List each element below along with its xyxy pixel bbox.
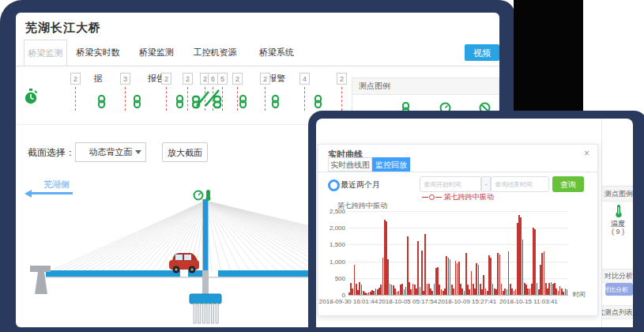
- stopwatch-icon[interactable]: [24, 89, 38, 109]
- realtime-curve-dialog: 实时曲线 × 实时曲线图监控回放 最近两个月 - 查询 第七跨跨中振动 第七跨跨…: [318, 144, 598, 316]
- sensor-count-badge: 2: [260, 73, 270, 85]
- chevron-down-icon: [135, 150, 141, 154]
- dialog-tab-1[interactable]: 监控回放: [372, 157, 410, 172]
- x-axis-unit: 时间: [573, 290, 586, 299]
- legend-series-label: 第七跨跨中振动: [444, 193, 494, 201]
- sensor-dash-line: [125, 87, 126, 111]
- screen: 芜湖长江大桥 桥梁监测桥梁实时数据桥梁监测报告工控机资源监测桥梁系统报警 视频监…: [0, 0, 644, 332]
- gridline: [348, 211, 568, 212]
- point-legend-title: 测点图例: [352, 78, 499, 95]
- sensor-count-badge: 2: [337, 73, 347, 85]
- sensor-count-badge: 3: [120, 73, 130, 85]
- section-select-label: 截面选择：: [28, 146, 75, 160]
- x-tick-label: 2018-10-09 15:27:41: [438, 298, 496, 305]
- sensor-count-badge: 2: [183, 73, 193, 85]
- temperature-count: ( 9 ): [608, 228, 628, 236]
- legend-line-icon: [422, 197, 428, 198]
- compare-analysis-button[interactable]: 对比分析: [605, 283, 633, 296]
- front-window-frame: 测点图例 温度 ( 9 ) 对比分析 对比分析 监测点列表 实时曲线 × 实时曲…: [308, 111, 644, 332]
- chain-link-icon[interactable]: [133, 95, 141, 111]
- sensor-dash-line: [265, 87, 266, 111]
- legend-circle-icon: [429, 194, 435, 200]
- sensor-dash-line: [166, 87, 167, 111]
- sensor-dash-line: [222, 87, 223, 111]
- y-tick-label: 500: [320, 275, 345, 282]
- sensor-dash-line: [304, 87, 305, 111]
- search-button[interactable]: 查询: [552, 176, 584, 192]
- recent-two-months-label: 最近两个月: [341, 179, 380, 191]
- sensor-count-badge: 4: [299, 73, 310, 85]
- data-bar: [421, 251, 423, 295]
- tab-underline: [318, 172, 597, 172]
- sensor-dash-line: [341, 87, 342, 111]
- close-icon[interactable]: ×: [584, 149, 589, 158]
- gridline: [348, 228, 568, 228]
- sensor-count-badge: 5: [217, 73, 228, 85]
- y-tick-label: 1,000: [320, 258, 345, 266]
- sensor-dash-line: [187, 87, 188, 111]
- recent-two-months-radio[interactable]: [328, 179, 340, 191]
- sensor-count-badge: 2: [70, 73, 81, 85]
- x-tick-label: 2018-10-05 05:17:54: [378, 298, 437, 305]
- query-start-time-input[interactable]: [420, 176, 481, 192]
- zoom-section-button[interactable]: 放大截面: [162, 142, 208, 162]
- panel-divider: [601, 119, 602, 327]
- chain-link-icon[interactable]: [175, 95, 184, 111]
- y-tick-label: 1,500: [320, 241, 345, 248]
- y-tick-label: 2,500: [320, 208, 345, 215]
- sensor-dash-line: [75, 87, 76, 111]
- section-select-dropdown[interactable]: 动态背立面: [75, 142, 146, 162]
- data-bar: [567, 289, 568, 295]
- y-tick-label: 2,000: [320, 224, 345, 232]
- sensor-dash-line: [237, 87, 238, 111]
- query-end-time-input[interactable]: [491, 176, 549, 192]
- chain-link-icon[interactable]: [239, 95, 247, 111]
- sensor-count-badge: 2: [232, 73, 243, 85]
- sensor-count-badge: 2: [161, 73, 171, 85]
- compare-header-band: 对比分析: [602, 269, 633, 283]
- dialog-tab-0[interactable]: 实时曲线图: [328, 157, 372, 172]
- chain-link-icon[interactable]: [97, 95, 106, 111]
- bearing-icon[interactable]: [192, 87, 222, 112]
- x-tick-label: 2018-10-15 11:03:41: [499, 298, 558, 305]
- chain-link-icon[interactable]: [271, 95, 280, 111]
- point-list-band: 监测点列表: [602, 305, 633, 319]
- chain-link-icon[interactable]: [314, 95, 322, 111]
- date-range-separator: -: [481, 176, 491, 192]
- vibration-chart-plot: 2,5002,0001,5001,00050002018-09-30 16:01…: [348, 211, 568, 296]
- legend-line-icon: [435, 197, 442, 198]
- background-patch: [514, 0, 583, 119]
- legend-header-band: 测点图例: [602, 186, 633, 202]
- front-window: 测点图例 温度 ( 9 ) 对比分析 对比分析 监测点列表 实时曲线 × 实时曲…: [316, 119, 633, 327]
- section-select-value: 动态背立面: [89, 147, 133, 157]
- x-tick-label: 2018-09-30 16:01:44: [319, 298, 378, 305]
